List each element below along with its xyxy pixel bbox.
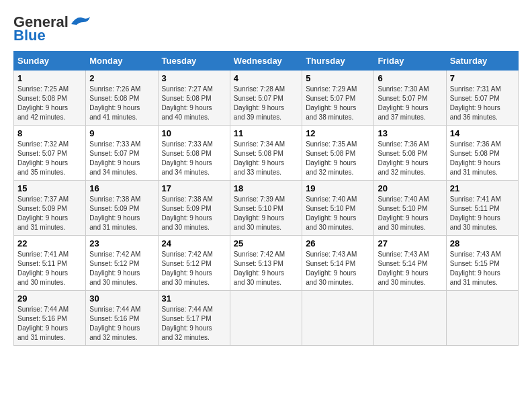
header-wednesday: Wednesday: [230, 52, 302, 71]
day-number: 28: [450, 238, 515, 248]
day-number: 21: [450, 183, 515, 193]
day-cell: 14 Sunrise: 7:36 AMSunset: 5:08 PMDaylig…: [446, 126, 518, 181]
day-info: Sunrise: 7:27 AMSunset: 5:08 PMDaylight:…: [162, 85, 213, 121]
day-number: 11: [234, 128, 298, 138]
day-number: 9: [89, 128, 154, 138]
day-info: Sunrise: 7:40 AMSunset: 5:10 PMDaylight:…: [378, 195, 429, 231]
day-info: Sunrise: 7:40 AMSunset: 5:10 PMDaylight:…: [306, 195, 357, 231]
day-cell: 28 Sunrise: 7:43 AMSunset: 5:15 PMDaylig…: [446, 236, 518, 291]
day-cell: 21 Sunrise: 7:41 AMSunset: 5:11 PMDaylig…: [446, 181, 518, 236]
day-number: 19: [306, 183, 370, 193]
day-number: 16: [89, 183, 154, 193]
day-number: 20: [378, 183, 442, 193]
logo-blue: Blue: [13, 27, 46, 44]
day-number: 12: [306, 128, 370, 138]
day-cell: 25 Sunrise: 7:42 AMSunset: 5:13 PMDaylig…: [230, 236, 302, 291]
day-info: Sunrise: 7:39 AMSunset: 5:10 PMDaylight:…: [234, 195, 285, 231]
calendar-table: SundayMondayTuesdayWednesdayThursdayFrid…: [13, 51, 519, 346]
day-info: Sunrise: 7:26 AMSunset: 5:08 PMDaylight:…: [89, 85, 140, 121]
day-number: 23: [89, 238, 154, 248]
day-cell: 8 Sunrise: 7:32 AMSunset: 5:07 PMDayligh…: [14, 126, 86, 181]
day-info: Sunrise: 7:41 AMSunset: 5:11 PMDaylight:…: [450, 195, 501, 231]
day-number: 30: [89, 293, 154, 304]
day-cell: 5 Sunrise: 7:29 AMSunset: 5:07 PMDayligh…: [302, 71, 374, 126]
day-info: Sunrise: 7:38 AMSunset: 5:09 PMDaylight:…: [89, 195, 140, 231]
day-info: Sunrise: 7:35 AMSunset: 5:08 PMDaylight:…: [306, 140, 357, 176]
day-number: 26: [306, 238, 370, 248]
day-number: 15: [17, 183, 82, 193]
day-cell: 9 Sunrise: 7:33 AMSunset: 5:07 PMDayligh…: [86, 126, 158, 181]
day-cell: 4 Sunrise: 7:28 AMSunset: 5:07 PMDayligh…: [230, 71, 302, 126]
day-info: Sunrise: 7:42 AMSunset: 5:13 PMDaylight:…: [234, 250, 285, 286]
day-cell: 31 Sunrise: 7:44 AMSunset: 5:17 PMDaylig…: [158, 291, 230, 346]
day-number: 25: [234, 238, 298, 248]
day-number: 6: [378, 73, 442, 83]
day-cell: 20 Sunrise: 7:40 AMSunset: 5:10 PMDaylig…: [374, 181, 446, 236]
day-number: 22: [17, 238, 82, 248]
day-cell: 13 Sunrise: 7:36 AMSunset: 5:08 PMDaylig…: [374, 126, 446, 181]
day-number: 31: [162, 293, 226, 304]
day-number: 27: [378, 238, 442, 248]
day-number: 4: [234, 73, 298, 83]
day-cell: 24 Sunrise: 7:42 AMSunset: 5:12 PMDaylig…: [158, 236, 230, 291]
header-friday: Friday: [374, 52, 446, 71]
day-info: Sunrise: 7:41 AMSunset: 5:11 PMDaylight:…: [17, 250, 69, 286]
day-info: Sunrise: 7:38 AMSunset: 5:09 PMDaylight:…: [162, 195, 213, 231]
day-cell: 11 Sunrise: 7:34 AMSunset: 5:08 PMDaylig…: [230, 126, 302, 181]
day-number: 10: [162, 128, 226, 138]
day-number: 1: [17, 73, 82, 83]
day-number: 8: [17, 128, 82, 138]
day-info: Sunrise: 7:33 AMSunset: 5:08 PMDaylight:…: [162, 140, 213, 176]
day-cell: 10 Sunrise: 7:33 AMSunset: 5:08 PMDaylig…: [158, 126, 230, 181]
day-info: Sunrise: 7:42 AMSunset: 5:12 PMDaylight:…: [89, 250, 140, 286]
day-number: 3: [162, 73, 226, 83]
day-cell: 22 Sunrise: 7:41 AMSunset: 5:11 PMDaylig…: [14, 236, 86, 291]
day-cell: [374, 291, 446, 346]
header-tuesday: Tuesday: [158, 52, 230, 71]
day-cell: 15 Sunrise: 7:37 AMSunset: 5:09 PMDaylig…: [14, 181, 86, 236]
day-number: 29: [17, 293, 82, 304]
day-info: Sunrise: 7:43 AMSunset: 5:14 PMDaylight:…: [306, 250, 357, 286]
header-saturday: Saturday: [446, 52, 518, 71]
day-number: 24: [162, 238, 226, 248]
day-cell: 30 Sunrise: 7:44 AMSunset: 5:16 PMDaylig…: [86, 291, 158, 346]
day-cell: 18 Sunrise: 7:39 AMSunset: 5:10 PMDaylig…: [230, 181, 302, 236]
week-row-1: 1 Sunrise: 7:25 AMSunset: 5:08 PMDayligh…: [14, 71, 519, 126]
day-number: 17: [162, 183, 226, 193]
day-number: 13: [378, 128, 442, 138]
page-header: General Blue: [13, 13, 519, 44]
day-cell: 7 Sunrise: 7:31 AMSunset: 5:07 PMDayligh…: [446, 71, 518, 126]
day-cell: 12 Sunrise: 7:35 AMSunset: 5:08 PMDaylig…: [302, 126, 374, 181]
day-cell: 1 Sunrise: 7:25 AMSunset: 5:08 PMDayligh…: [14, 71, 86, 126]
day-info: Sunrise: 7:28 AMSunset: 5:07 PMDaylight:…: [234, 85, 285, 121]
week-row-2: 8 Sunrise: 7:32 AMSunset: 5:07 PMDayligh…: [14, 126, 519, 181]
day-info: Sunrise: 7:34 AMSunset: 5:08 PMDaylight:…: [234, 140, 285, 176]
day-info: Sunrise: 7:25 AMSunset: 5:08 PMDaylight:…: [17, 85, 69, 121]
logo: General Blue: [13, 13, 91, 44]
day-info: Sunrise: 7:29 AMSunset: 5:07 PMDaylight:…: [306, 85, 357, 121]
day-cell: [230, 291, 302, 346]
day-info: Sunrise: 7:33 AMSunset: 5:07 PMDaylight:…: [89, 140, 140, 176]
day-number: 7: [450, 73, 515, 83]
day-cell: 26 Sunrise: 7:43 AMSunset: 5:14 PMDaylig…: [302, 236, 374, 291]
header-thursday: Thursday: [302, 52, 374, 71]
header-sunday: Sunday: [14, 52, 86, 71]
day-info: Sunrise: 7:44 AMSunset: 5:16 PMDaylight:…: [89, 306, 140, 341]
day-info: Sunrise: 7:43 AMSunset: 5:14 PMDaylight:…: [378, 250, 429, 286]
day-cell: 3 Sunrise: 7:27 AMSunset: 5:08 PMDayligh…: [158, 71, 230, 126]
week-row-5: 29 Sunrise: 7:44 AMSunset: 5:16 PMDaylig…: [14, 291, 519, 346]
day-info: Sunrise: 7:37 AMSunset: 5:09 PMDaylight:…: [17, 195, 69, 231]
day-cell: 29 Sunrise: 7:44 AMSunset: 5:16 PMDaylig…: [14, 291, 86, 346]
day-cell: 27 Sunrise: 7:43 AMSunset: 5:14 PMDaylig…: [374, 236, 446, 291]
day-info: Sunrise: 7:31 AMSunset: 5:07 PMDaylight:…: [450, 85, 501, 121]
day-number: 18: [234, 183, 298, 193]
day-cell: [302, 291, 374, 346]
day-cell: 6 Sunrise: 7:30 AMSunset: 5:07 PMDayligh…: [374, 71, 446, 126]
day-number: 2: [89, 73, 154, 83]
week-row-3: 15 Sunrise: 7:37 AMSunset: 5:09 PMDaylig…: [14, 181, 519, 236]
day-info: Sunrise: 7:36 AMSunset: 5:08 PMDaylight:…: [450, 140, 501, 176]
header-monday: Monday: [86, 52, 158, 71]
week-row-4: 22 Sunrise: 7:41 AMSunset: 5:11 PMDaylig…: [14, 236, 519, 291]
day-number: 14: [450, 128, 515, 138]
logo-bird-icon: [70, 14, 91, 28]
